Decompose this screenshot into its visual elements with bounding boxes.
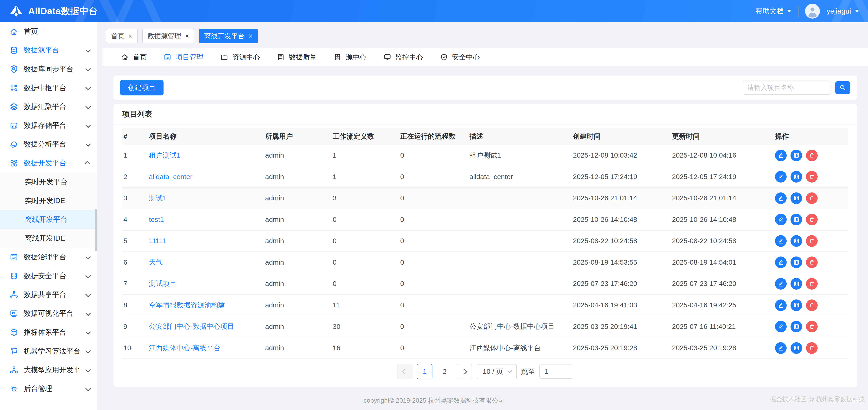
sliders-icon: [793, 216, 800, 223]
sidebar-subitem[interactable]: 实时开发平台: [0, 172, 97, 191]
sidebar-item[interactable]: 数据治理平台: [0, 248, 97, 267]
nav-item-label: 监控中心: [395, 53, 423, 62]
tab-离线开发平台[interactable]: 离线开发平台×: [199, 29, 258, 43]
edit-button[interactable]: [775, 193, 786, 204]
delete-button[interactable]: [806, 171, 817, 182]
sidebar-item[interactable]: 数据共享平台: [0, 285, 97, 304]
config-button[interactable]: [790, 300, 802, 311]
project-name-link[interactable]: 租户测试1: [149, 151, 181, 159]
search-button[interactable]: [835, 81, 850, 94]
edit-button[interactable]: [775, 257, 786, 268]
config-button[interactable]: [790, 214, 802, 225]
nav-item-项目管理[interactable]: 项目管理: [163, 53, 204, 62]
delete-button[interactable]: [806, 300, 817, 311]
tab-首页[interactable]: 首页×: [106, 29, 138, 43]
project-name-link[interactable]: test1: [149, 216, 164, 224]
sidebar-subitem[interactable]: 实时开发IDE: [0, 192, 97, 210]
column-header: 工作流定义数: [332, 128, 399, 145]
tab-数据源管理[interactable]: 数据源管理×: [142, 29, 194, 43]
user-menu[interactable]: yejiagui: [827, 7, 859, 15]
project-name-link[interactable]: 空军情报数据资源池构建: [149, 301, 225, 309]
edit-button[interactable]: [775, 171, 786, 182]
project-name-link[interactable]: 测试项目: [149, 280, 177, 287]
sidebar-scrollbar[interactable]: [95, 209, 97, 251]
close-icon[interactable]: ×: [128, 33, 132, 39]
sidebar-item[interactable]: 数据库同步平台: [0, 60, 97, 78]
sidebar-item[interactable]: 数据中枢平台: [0, 78, 97, 97]
nav-item-资源中心[interactable]: 资源中心: [220, 53, 260, 62]
config-button[interactable]: [790, 171, 802, 182]
project-name-link[interactable]: 公安部门中心-数据中心项目: [149, 322, 234, 330]
sidebar-item[interactable]: BI数据可视化平台: [0, 304, 97, 323]
edit-button[interactable]: [775, 150, 786, 161]
project-name-cell: 公安部门中心-数据中心项目: [148, 316, 264, 337]
sidebar-item-label: 数据可视化平台: [24, 309, 81, 318]
project-name-link[interactable]: alldata_center: [149, 173, 192, 181]
chevron-down-icon: [86, 104, 91, 109]
delete-button[interactable]: [806, 193, 817, 204]
edit-button[interactable]: [775, 321, 786, 332]
delete-button[interactable]: [806, 278, 817, 289]
sidebar-item[interactable]: 大模型应用开发平台: [0, 361, 97, 379]
page-size-select[interactable]: 10 / 页: [477, 364, 517, 379]
edit-button[interactable]: [775, 342, 786, 354]
project-name-link[interactable]: 江西媒体中心-离线平台: [149, 344, 220, 352]
page-button-2[interactable]: 2: [437, 364, 453, 379]
config-button[interactable]: [790, 257, 802, 268]
nav-item-源中心[interactable]: 源中心: [334, 53, 367, 62]
delete-button[interactable]: [806, 150, 817, 161]
sidebar-subitem[interactable]: 离线开发平台: [0, 210, 97, 229]
prev-page-button[interactable]: [397, 364, 412, 379]
project-name-link[interactable]: 11111: [149, 237, 166, 245]
avatar[interactable]: [805, 4, 820, 19]
sidebar-item[interactable]: 首页: [0, 22, 97, 41]
sidebar-item[interactable]: 后台管理: [0, 379, 97, 398]
delete-button[interactable]: [806, 321, 817, 332]
config-button[interactable]: [790, 278, 802, 289]
sidebar-item-label: 数据库同步平台: [24, 64, 81, 74]
delete-button[interactable]: [806, 342, 817, 354]
sidebar-item[interactable]: 数据安全平台: [0, 267, 97, 285]
sidebar-item[interactable]: 数据汇聚平台: [0, 97, 97, 116]
sidebar-item[interactable]: 指标体系平台: [0, 323, 97, 342]
sidebar-item[interactable]: 数据源平台: [0, 41, 97, 60]
search-input[interactable]: [743, 80, 831, 95]
page-button-1[interactable]: 1: [417, 364, 432, 379]
sidebar-item[interactable]: 机器学习算法平台: [0, 342, 97, 361]
create-project-button[interactable]: 创建项目: [120, 80, 163, 96]
running-count-cell: 0: [399, 316, 468, 337]
config-button[interactable]: [790, 342, 802, 354]
sidebar-item[interactable]: 数据存储平台: [0, 116, 97, 135]
close-icon[interactable]: ×: [249, 33, 252, 39]
edit-button[interactable]: [775, 278, 786, 289]
jump-page-input[interactable]: [539, 365, 573, 379]
edit-button[interactable]: [775, 300, 786, 311]
config-button[interactable]: [790, 321, 802, 332]
next-page-button[interactable]: [457, 364, 472, 379]
config-button[interactable]: [790, 150, 802, 161]
workflow-count-cell: 0: [332, 209, 399, 230]
config-button[interactable]: [790, 235, 802, 247]
column-header: 正在运行的流程数: [399, 128, 468, 145]
created-time-cell: 2025-12-08 10:03:42: [572, 145, 671, 166]
help-docs-menu[interactable]: 帮助文档: [755, 6, 791, 16]
nav-item-安全中心[interactable]: 安全中心: [440, 53, 480, 62]
project-name-link[interactable]: 测试1: [149, 194, 166, 202]
nav-item-监控中心[interactable]: 监控中心: [383, 53, 423, 62]
sliders-icon: [793, 345, 800, 351]
sliders-icon: [793, 281, 800, 287]
owner-user-cell: admin: [264, 230, 332, 252]
delete-button[interactable]: [806, 257, 817, 268]
project-name-link[interactable]: 天气: [149, 258, 163, 266]
config-button[interactable]: [790, 193, 802, 204]
delete-button[interactable]: [806, 235, 817, 247]
edit-button[interactable]: [775, 214, 786, 225]
delete-button[interactable]: [806, 214, 817, 225]
nav-item-首页[interactable]: 首页: [121, 53, 147, 62]
close-icon[interactable]: ×: [185, 33, 189, 39]
sidebar-subitem[interactable]: 离线开发IDE: [0, 229, 97, 248]
nav-item-数据质量[interactable]: 数据质量: [277, 53, 317, 62]
sidebar-item[interactable]: 数据开发平台: [0, 154, 97, 172]
sidebar-item[interactable]: 数据分析平台: [0, 135, 97, 154]
edit-button[interactable]: [775, 235, 786, 247]
